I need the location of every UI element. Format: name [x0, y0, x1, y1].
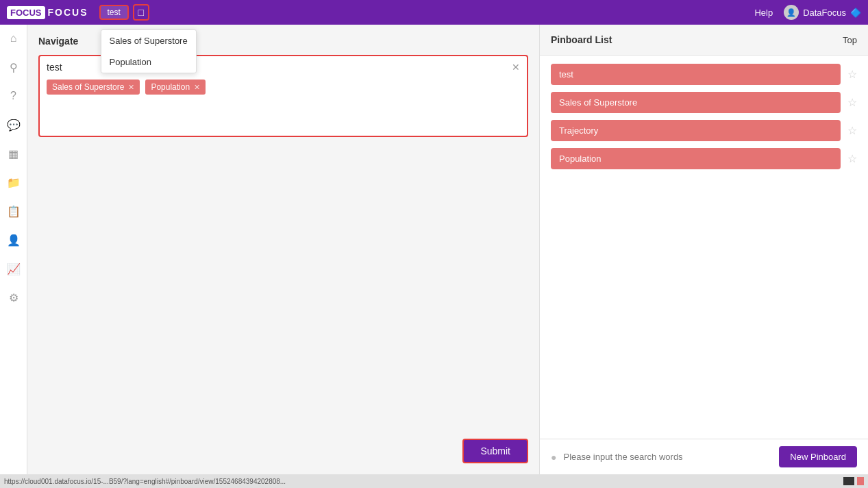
chart-icon[interactable]: 📈 — [5, 260, 22, 277]
table-icon[interactable]: ▦ — [5, 145, 22, 162]
sidebar: ⌂ ⚲ ? 💬 ▦ 📁 📋 👤 📈 ⚙ — [0, 25, 27, 474]
dropdown-item-sales[interactable]: Sales of Superstore — [101, 30, 196, 51]
tag-close-sales[interactable]: ✕ — [128, 83, 134, 92]
user-name: DataFocus — [803, 8, 846, 18]
status-block-2 — [857, 477, 864, 485]
logo: FOCUS FOCUS — [7, 6, 88, 19]
add-tab-button[interactable]: □ — [133, 4, 149, 21]
comment-icon[interactable]: 💬 — [5, 117, 22, 133]
logo-text: FOCUS — [48, 7, 88, 18]
avatar: 👤 — [784, 5, 799, 20]
statusbar: https://cloud001.datafocus.io/15-...B59/… — [0, 474, 868, 488]
pinboard-row-population: Population ☆ — [551, 148, 857, 169]
search-icon[interactable]: ⚲ — [5, 59, 22, 75]
top-label: Top — [843, 35, 857, 45]
tab-label: test — [108, 8, 121, 17]
star-icon-trajectory[interactable]: ☆ — [847, 124, 857, 137]
pinboard-badge-population[interactable]: Population — [551, 148, 841, 169]
tag-chip-population: Population ✕ — [145, 80, 206, 95]
header-right: Help 👤 DataFocus 🔷 — [754, 5, 861, 20]
pinboard-badge-sales[interactable]: Sales of Superstore — [551, 92, 841, 113]
footer-search-input[interactable] — [563, 452, 772, 462]
status-block-1 — [843, 477, 854, 485]
star-icon-population[interactable]: ☆ — [847, 152, 857, 165]
tab-dropdown: Sales of Superstore Population — [101, 29, 197, 73]
tags-row: Sales of Superstore ✕ Population ✕ — [47, 80, 520, 95]
user-badge-icon: 🔷 — [850, 8, 861, 18]
dropdown-item-population[interactable]: Population — [101, 51, 196, 73]
statusbar-indicators — [843, 477, 864, 485]
pinboard-badge-test[interactable]: test — [551, 64, 841, 85]
pinboard-badge-trajectory[interactable]: Trajectory — [551, 120, 841, 141]
logo-box: FOCUS — [7, 6, 45, 19]
help-icon[interactable]: ? — [5, 88, 22, 104]
user-icon[interactable]: 👤 — [5, 232, 22, 248]
add-tab-icon: □ — [138, 7, 144, 18]
tab-test[interactable]: test Sales of Superstore Population — [99, 5, 129, 20]
user-info[interactable]: 👤 DataFocus 🔷 — [784, 5, 861, 20]
home-icon[interactable]: ⌂ — [5, 30, 22, 47]
right-panel-footer: ● New Pinboard — [540, 439, 868, 474]
pinboard-row-sales: Sales of Superstore ☆ — [551, 92, 857, 113]
pinboard-row-trajectory: Trajectory ☆ — [551, 120, 857, 141]
right-panel: Pinboard List Top test ☆ Sales of Supers… — [539, 25, 868, 474]
tag-label-population: Population — [151, 82, 190, 92]
settings-icon[interactable]: ⚙ — [5, 289, 22, 306]
pinboard-items: test ☆ Sales of Superstore ☆ Trajectory … — [540, 56, 868, 439]
folder-icon[interactable]: 📁 — [5, 174, 22, 191]
footer-search-icon: ● — [551, 452, 556, 463]
tag-close-population[interactable]: ✕ — [194, 83, 200, 92]
pinboard-list-title: Pinboard List — [551, 34, 612, 45]
left-panel: Navigate ✕ Sales of Superstore ✕ Populat… — [27, 25, 539, 474]
new-pinboard-button[interactable]: New Pinboard — [779, 446, 857, 467]
star-icon-sales[interactable]: ☆ — [847, 96, 857, 109]
header: FOCUS FOCUS test Sales of Superstore Pop… — [0, 0, 868, 25]
pinboard-row-test: test ☆ — [551, 64, 857, 85]
tag-label-sales: Sales of Superstore — [52, 82, 124, 92]
main-layout: ⌂ ⚲ ? 💬 ▦ 📁 📋 👤 📈 ⚙ Navigate ✕ Sales of … — [0, 25, 868, 474]
statusbar-url: https://cloud001.datafocus.io/15-...B59/… — [4, 478, 839, 485]
tag-chip-sales: Sales of Superstore ✕ — [47, 80, 140, 95]
task-icon[interactable]: 📋 — [5, 203, 22, 219]
search-clear-button[interactable]: ✕ — [512, 62, 520, 73]
star-icon-test[interactable]: ☆ — [847, 68, 857, 81]
help-link[interactable]: Help — [754, 8, 773, 18]
right-panel-header: Pinboard List Top — [540, 25, 868, 56]
submit-button[interactable]: Submit — [462, 439, 528, 463]
